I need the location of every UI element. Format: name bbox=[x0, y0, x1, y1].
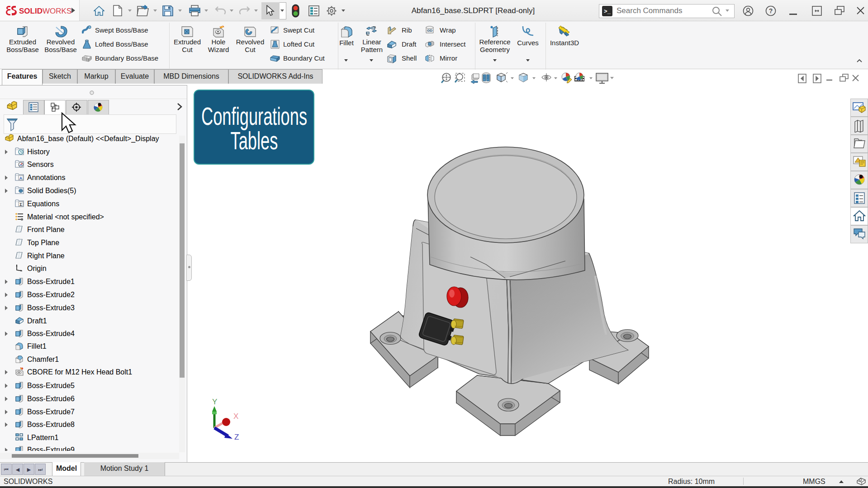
svg-text:X: X bbox=[233, 412, 238, 421]
svg-text:?: ? bbox=[769, 7, 773, 14]
svg-text:WORKS: WORKS bbox=[43, 7, 71, 15]
svg-text:SOLID: SOLID bbox=[19, 7, 43, 15]
svg-text:Z: Z bbox=[234, 433, 239, 441]
svg-text:GD: GD bbox=[427, 28, 432, 33]
svg-text:Y: Y bbox=[212, 398, 217, 406]
